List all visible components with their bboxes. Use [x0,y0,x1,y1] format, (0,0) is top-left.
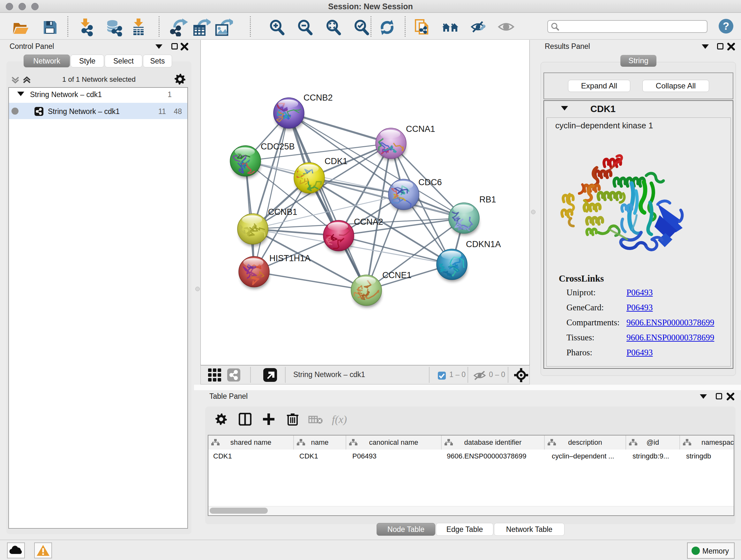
svg-text:HIST1H1A: HIST1H1A [269,253,311,263]
svg-text:CCNB2: CCNB2 [304,93,333,103]
svg-text:CCNE1: CCNE1 [382,270,412,280]
svg-text:CDK1: CDK1 [325,157,347,166]
svg-text:CCNB1: CCNB1 [268,207,297,217]
svg-text:CCNA1: CCNA1 [406,124,435,134]
svg-text:CDKN1A: CDKN1A [466,240,501,249]
svg-text:CDC25B: CDC25B [261,142,295,151]
svg-text:CDC6: CDC6 [418,178,442,187]
svg-text:RB1: RB1 [479,195,496,204]
svg-text:CCNA2: CCNA2 [354,217,383,227]
